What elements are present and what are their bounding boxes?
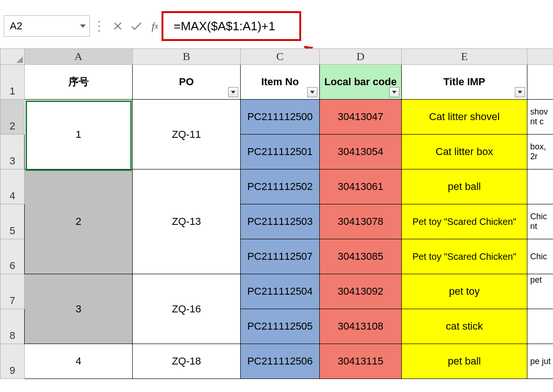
formula-bar: A2 ⋮ fx [4, 13, 549, 39]
cell-item[interactable]: PC211112507 [241, 239, 320, 274]
cell[interactable]: pe jut [527, 344, 553, 379]
col-header-B[interactable]: B [133, 49, 241, 65]
cell-seq[interactable]: 2 [25, 169, 133, 274]
name-box-value: A2 [10, 20, 22, 32]
cell-bar[interactable]: 30413115 [320, 344, 402, 379]
cell-po[interactable]: ZQ-16 [133, 274, 241, 344]
cell[interactable]: pet [527, 274, 553, 309]
spreadsheet-grid[interactable]: A B C D E 1 序号 PO Item No Local bar code… [0, 48, 553, 379]
cell-bar[interactable]: 30413092 [320, 274, 402, 309]
row-header-3[interactable]: 3 [0, 135, 25, 169]
header-title[interactable]: Title IMP [402, 65, 527, 100]
cell-item[interactable]: PC211112506 [241, 344, 320, 379]
row-header-2[interactable]: 2 [0, 100, 25, 135]
excel-window: A2 ⋮ fx [0, 0, 553, 392]
formula-input[interactable] [173, 15, 489, 37]
col-header-E[interactable]: E [402, 49, 527, 65]
chevron-down-icon [310, 91, 315, 94]
fx-icon[interactable]: fx [146, 17, 164, 35]
cell[interactable]: Chic nt [527, 204, 553, 239]
filter-button[interactable] [228, 87, 238, 97]
cell[interactable]: shov nt c [527, 100, 553, 135]
cell-title[interactable]: pet ball [402, 344, 527, 379]
cell[interactable] [527, 309, 553, 344]
cell-title[interactable]: pet toy [402, 274, 527, 309]
row-header-7[interactable]: 7 [0, 274, 25, 309]
header-po[interactable]: PO [133, 65, 241, 100]
col-header-F[interactable] [527, 49, 553, 65]
col-header-D[interactable]: D [320, 49, 402, 65]
cell-item[interactable]: PC211112503 [241, 204, 320, 239]
row-header-5[interactable]: 5 [0, 204, 25, 239]
row-header-1[interactable]: 1 [0, 65, 25, 100]
column-headers: A B C D E [0, 49, 553, 65]
cell-title[interactable]: Cat litter box [402, 135, 527, 169]
header-itemno[interactable]: Item No [241, 65, 320, 100]
cell-po[interactable]: ZQ-11 [133, 100, 241, 169]
cell-bar[interactable]: 30413047 [320, 100, 402, 135]
cell-item[interactable]: PC211112500 [241, 100, 320, 135]
cell-item[interactable]: PC211112502 [241, 169, 320, 204]
cell-title[interactable]: Pet toy "Scared Chicken" [402, 204, 527, 239]
row-header-8[interactable]: 8 [0, 309, 25, 344]
chevron-down-icon [518, 91, 522, 94]
row-header-6[interactable]: 6 [0, 239, 25, 274]
cell-title[interactable]: cat stick [402, 309, 527, 344]
cell[interactable] [527, 169, 553, 204]
chevron-down-icon [231, 91, 236, 94]
cancel-formula-button[interactable] [108, 17, 127, 35]
col-header-C[interactable]: C [241, 49, 320, 65]
separator-dots: ⋮ [90, 24, 108, 28]
cell-seq[interactable]: 1 [25, 100, 133, 169]
cell-po[interactable]: ZQ-18 [133, 344, 241, 379]
chevron-down-icon[interactable] [80, 25, 86, 28]
cell-title[interactable]: pet ball [402, 169, 527, 204]
cell-seq[interactable]: 4 [25, 344, 133, 379]
cell-title[interactable]: Cat litter shovel [402, 100, 527, 135]
row-header-4[interactable]: 4 [0, 169, 25, 204]
cell-bar[interactable]: 30413078 [320, 204, 402, 239]
name-box[interactable]: A2 [4, 15, 90, 37]
accept-formula-button[interactable] [127, 17, 146, 35]
header-barcode[interactable]: Local bar code [320, 65, 402, 100]
filter-button[interactable] [389, 87, 399, 97]
cell[interactable] [527, 65, 553, 100]
select-all-corner[interactable] [0, 49, 25, 65]
cell-seq[interactable]: 3 [25, 274, 133, 344]
filter-button[interactable] [515, 87, 525, 97]
cell-bar[interactable]: 30413108 [320, 309, 402, 344]
cell-po[interactable]: ZQ-13 [133, 169, 241, 274]
cell-item[interactable]: PC211112501 [241, 135, 320, 169]
header-seq[interactable]: 序号 [25, 65, 133, 100]
cell-item[interactable]: PC211112504 [241, 274, 320, 309]
col-header-A[interactable]: A [25, 49, 133, 65]
filter-button[interactable] [307, 87, 317, 97]
cell-bar[interactable]: 30413085 [320, 239, 402, 274]
chevron-down-icon [392, 91, 397, 94]
cell[interactable]: Chic [527, 239, 553, 274]
row-header-9[interactable]: 9 [0, 344, 25, 379]
cell-item[interactable]: PC211112505 [241, 309, 320, 344]
cell[interactable]: box, 2r [527, 135, 553, 169]
cell-bar[interactable]: 30413061 [320, 169, 402, 204]
cell-title[interactable]: Pet toy "Scared Chicken" [402, 239, 527, 274]
formula-input-wrap [164, 15, 549, 37]
cell-bar[interactable]: 30413054 [320, 135, 402, 169]
